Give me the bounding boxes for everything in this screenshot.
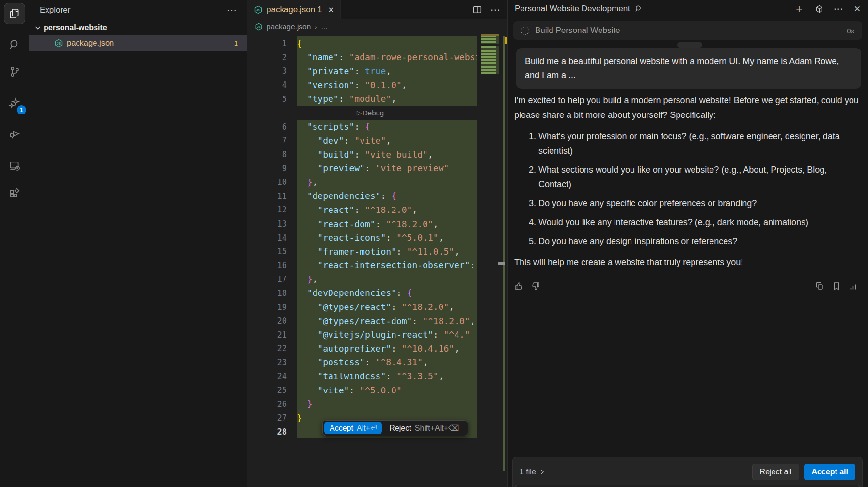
source-control-icon[interactable] [4,61,25,82]
overview-ruler-added [503,36,505,471]
tab-label: package.json 1 [267,5,322,15]
breadcrumb-more: ... [321,22,328,31]
files-changed-label: 1 file [520,468,536,476]
folder-row-personal-website[interactable]: personal-website [29,20,247,35]
new-chat-icon[interactable]: ＋ [794,3,805,14]
code-line: 25 "vite": "^5.0.0" [247,383,507,397]
user-message-text: Build me a beautiful personal website wi… [525,56,839,80]
task-elapsed-time: 0s [847,27,854,35]
code-line: 10 }, [247,175,507,189]
explorer-sidebar: Explorer ⋯ personal-website JS package.j… [29,0,247,487]
reject-all-button[interactable]: Reject all [752,464,800,480]
thumbs-down-icon[interactable] [531,281,540,291]
user-message-bubble: Build me a beautiful personal website wi… [516,48,861,89]
code-line: 20 "@types/react-dom": "^18.2.0", [247,314,507,328]
run-debug-icon[interactable] [4,123,25,144]
code-line: 18 "devDependencies": { [247,286,507,300]
bookmark-icon[interactable] [832,281,841,291]
code-line: 7 "dev": "vite", [247,133,507,147]
folder-name: personal-website [44,23,107,32]
nodejs-file-icon: JS [54,39,63,48]
code-line: 17 }, [247,272,507,286]
nodejs-file-icon: JS [254,5,263,14]
message-actions [514,281,858,291]
inline-diff-toolbar: Accept Alt+⏎ Reject Shift+Alt+⌫ [322,420,468,436]
editor-group: JS package.json 1 ✕ ⋯ JS package.json › … [247,0,507,487]
file-row-package-json[interactable]: JS package.json 1 [29,35,247,51]
assistant-list-item: Would you like any interactive features?… [538,215,861,229]
assistant-list-item: What sections would you like on your web… [538,162,861,192]
drag-handle[interactable] [677,42,702,48]
code-line: 19 "@types/react": "^18.2.0", [247,300,507,314]
copilot-badge: 1 [17,105,26,114]
chevron-right-icon [539,469,546,475]
task-status-card[interactable]: Build Personal Website 0s [513,21,862,40]
code-line: 3 "private": true, [247,64,507,78]
spinner-icon [521,27,529,35]
remote-explorer-icon[interactable] [4,155,25,177]
vscode-window: 1 Explorer ⋯ personal-website JS package… [0,0,868,487]
file-name: package.json [67,38,114,48]
svg-text:JS: JS [256,8,261,12]
code-line: 2 "name": "adam-rowe-personal-website", [247,50,507,65]
minimap[interactable] [481,34,499,74]
chat-more-icon[interactable]: ⋯ [834,4,844,14]
reject-keybinding: Shift+Alt+⌫ [415,423,459,433]
run-triangle-icon: ▷ [357,109,362,116]
assistant-intro: I'm excited to help you build a modern p… [514,93,861,122]
stats-bars-icon[interactable] [849,281,858,291]
explorer-more-icon[interactable]: ⋯ [227,5,237,15]
code-line: 4 "version": "0.1.0", [247,78,507,92]
tab-package-json[interactable]: JS package.json 1 ✕ [247,0,341,19]
split-editor-icon[interactable] [473,5,482,14]
scrollbar-thumb[interactable] [498,262,505,265]
assistant-list-item: Do you have any design inspirations or r… [538,234,861,248]
activity-bar: 1 [0,0,29,487]
accept-all-button[interactable]: Accept all [804,464,855,480]
chat-close-icon[interactable]: ✕ [854,5,861,13]
chat-header: Personal Website Development ＋ ⋯ ✕ [508,0,868,17]
code-line: 11 "dependencies": { [247,189,507,203]
tab-bar: JS package.json 1 ✕ ⋯ [247,0,507,19]
search-icon[interactable] [4,34,25,55]
assistant-list: What's your profession or main focus? (e… [514,129,861,248]
breadcrumb[interactable]: JS package.json › ... [247,19,507,34]
code-line: 14 "react-icons": "^5.0.1", [247,230,507,244]
code-line: 5 "type": "module", [247,92,507,106]
changes-footer: 1 file Reject all Accept all [512,457,863,487]
code-line: 9 "preview": "vite preview" [247,161,507,175]
code-line: 21 "@vitejs/plugin-react": "^4." [247,327,507,341]
code-line: 24 "tailwindcss": "^3.3.5", [247,369,507,383]
code-line: 22 "autoprefixer": "^10.4.16", [247,341,507,356]
nodejs-file-icon: JS [255,23,263,31]
thumbs-up-icon[interactable] [514,281,524,291]
chat-title: Personal Website Development [515,4,630,14]
codelens-row[interactable]: ▷Debug [247,106,507,120]
package-box-icon[interactable] [815,5,823,13]
tab-close-icon[interactable]: ✕ [328,5,334,15]
chat-input-top-edge[interactable] [515,485,860,487]
code-line: 15 "framer-motion": "^11.0.5", [247,244,507,259]
copilot-chat-icon[interactable]: 1 [4,92,25,114]
files-changed-toggle[interactable]: 1 file [520,468,546,476]
explorer-title: Explorer [40,5,70,15]
chat-search-icon[interactable] [635,5,643,13]
breadcrumb-file: package.json [267,22,311,31]
code-line: 8 "build": "vite build", [247,147,507,162]
file-problem-badge: 1 [234,39,238,47]
code-line: 6 "scripts": { [247,120,507,134]
chevron-down-icon [34,24,42,32]
assistant-message: I'm excited to help you build a modern p… [514,93,861,270]
copy-icon[interactable] [815,281,824,291]
editor-more-icon[interactable]: ⋯ [490,5,501,15]
accept-button[interactable]: Accept Alt+⏎ [324,422,382,434]
code-line: 16 "react-intersection-observer": [247,259,507,273]
extensions-icon[interactable] [4,183,25,205]
chat-panel: Personal Website Development ＋ ⋯ ✕ Build… [507,0,868,487]
explorer-icon[interactable] [4,3,25,24]
code-lines[interactable]: 1{2 "name": "adam-rowe-personal-website"… [247,34,507,487]
task-label: Build Personal Website [535,26,620,35]
assistant-list-item: What's your profession or main focus? (e… [538,129,861,158]
accept-keybinding: Alt+⏎ [357,423,377,433]
reject-button[interactable]: Reject Shift+Alt+⌫ [384,422,464,434]
